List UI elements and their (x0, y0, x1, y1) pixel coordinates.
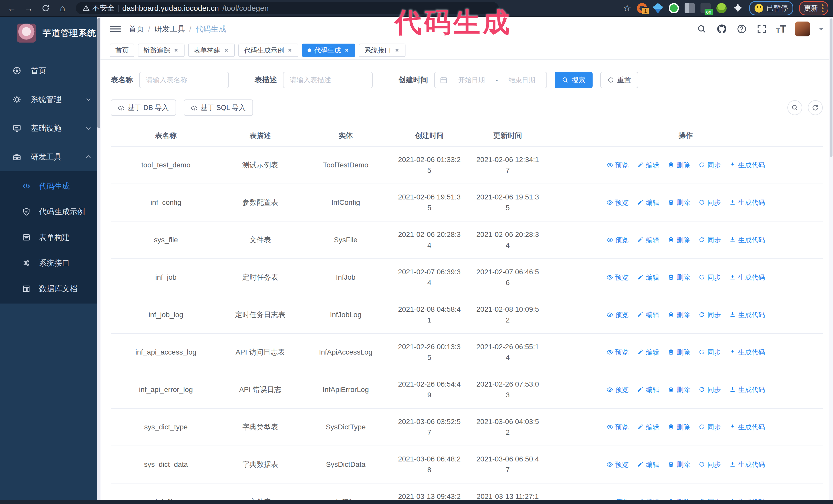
delete-link[interactable]: 删除 (668, 385, 690, 395)
key-extension-icon[interactable] (716, 3, 727, 13)
edit-link[interactable]: 编辑 (637, 422, 659, 432)
sidebar-scrollbar[interactable] (97, 17, 100, 500)
help-icon[interactable] (736, 23, 747, 34)
chevron-down-icon[interactable] (819, 28, 824, 33)
import-db-button[interactable]: 基于 DB 导入 (111, 99, 176, 116)
sync-link[interactable]: 同步 (699, 385, 721, 395)
back-icon[interactable]: ← (5, 2, 19, 14)
dark-extension-icon[interactable]: on (700, 3, 711, 13)
preview-link[interactable]: 预览 (606, 235, 628, 245)
date-start-placeholder[interactable]: 开始日期 (452, 76, 491, 85)
generate-code-link[interactable]: 生成代码 (730, 198, 765, 208)
sync-link[interactable]: 同步 (699, 160, 721, 170)
preview-link[interactable]: 预览 (606, 460, 628, 470)
date-end-placeholder[interactable]: 结束日期 (502, 76, 541, 85)
generate-code-link[interactable]: 生成代码 (730, 160, 765, 170)
paused-badge[interactable]: 已暂停 (749, 1, 793, 16)
avatar[interactable] (795, 22, 810, 37)
font-size-icon[interactable] (776, 23, 786, 35)
sidebar-item-infra[interactable]: 基础设施 (0, 114, 100, 143)
preview-link[interactable]: 预览 (606, 422, 628, 432)
sidebar-item-system-api[interactable]: 系统接口 (0, 250, 100, 276)
search-button[interactable]: 搜索 (555, 72, 593, 88)
refresh-table-button[interactable] (808, 100, 823, 115)
tab-system-api[interactable]: 系统接口 (359, 44, 405, 57)
search-icon[interactable] (696, 23, 708, 34)
collapse-sidebar-icon[interactable] (110, 24, 121, 34)
preview-link[interactable]: 预览 (606, 310, 628, 320)
sync-link[interactable]: 同步 (699, 347, 721, 357)
generate-code-link[interactable]: 生成代码 (730, 272, 765, 283)
sync-link[interactable]: 同步 (699, 460, 721, 470)
edit-link[interactable]: 编辑 (637, 272, 659, 283)
delete-link[interactable]: 删除 (668, 160, 690, 170)
tab-form-builder[interactable]: 表单构建 (188, 44, 235, 57)
edit-link[interactable]: 编辑 (637, 310, 659, 320)
delete-link[interactable]: 删除 (668, 310, 690, 320)
sync-link[interactable]: 同步 (699, 198, 721, 208)
close-icon[interactable] (287, 47, 293, 53)
sync-link[interactable]: 同步 (699, 235, 721, 245)
breadcrumb-devtools[interactable]: 研发工具 (154, 24, 185, 34)
reset-button[interactable]: 重置 (600, 72, 638, 88)
generate-code-link[interactable]: 生成代码 (730, 422, 765, 432)
edit-link[interactable]: 编辑 (637, 235, 659, 245)
preview-link[interactable]: 预览 (606, 160, 628, 170)
delete-link[interactable]: 删除 (668, 235, 690, 245)
tab-codegen-example[interactable]: 代码生成示例 (238, 44, 298, 57)
close-icon[interactable] (344, 47, 350, 53)
update-button-group[interactable]: 更新 (799, 1, 828, 16)
sync-link[interactable]: 同步 (699, 422, 721, 432)
edit-link[interactable]: 编辑 (637, 385, 659, 395)
not-secure-warning[interactable]: 不安全 (82, 3, 115, 13)
generate-code-link[interactable]: 生成代码 (730, 235, 765, 245)
forward-icon[interactable]: → (22, 2, 36, 14)
home-icon[interactable]: ⌂ (55, 2, 70, 14)
delete-link[interactable]: 删除 (668, 198, 690, 208)
sidebar-item-db-doc[interactable]: 数据库文档 (0, 276, 100, 302)
url-path[interactable]: /tool/codegen (222, 4, 269, 13)
edit-link[interactable]: 编辑 (637, 347, 659, 357)
preview-link[interactable]: 预览 (606, 347, 628, 357)
github-icon[interactable] (716, 23, 728, 34)
close-icon[interactable] (173, 47, 179, 53)
preview-link[interactable]: 预览 (606, 385, 628, 395)
sidebar-item-codegen[interactable]: 代码生成 (0, 173, 100, 199)
page-scrollbar[interactable] (829, 17, 833, 500)
delete-link[interactable]: 删除 (668, 272, 690, 283)
edit-link[interactable]: 编辑 (637, 160, 659, 170)
delete-link[interactable]: 删除 (668, 422, 690, 432)
sidebar-item-system[interactable]: 系统管理 (0, 85, 100, 114)
close-icon[interactable] (223, 47, 229, 53)
columns-extension-icon[interactable] (685, 3, 695, 13)
sidebar-item-devtools[interactable]: 研发工具 (0, 143, 100, 171)
delete-link[interactable]: 删除 (668, 347, 690, 357)
date-range-picker[interactable]: 开始日期 - 结束日期 (434, 72, 547, 88)
puzzle-extensions-icon[interactable] (732, 3, 743, 14)
generate-code-link[interactable]: 生成代码 (730, 385, 765, 395)
edit-link[interactable]: 编辑 (637, 460, 659, 470)
sync-link[interactable]: 同步 (699, 310, 721, 320)
preview-link[interactable]: 预览 (606, 272, 628, 283)
check-extension-icon[interactable] (669, 3, 679, 13)
sidebar-item-codegen-example[interactable]: 代码生成示例 (0, 199, 100, 224)
generate-code-link[interactable]: 生成代码 (730, 460, 765, 470)
delete-link[interactable]: 删除 (668, 460, 690, 470)
generate-code-link[interactable]: 生成代码 (730, 347, 765, 357)
tab-codegen[interactable]: 代码生成 (302, 44, 355, 57)
preview-link[interactable]: 预览 (606, 198, 628, 208)
gem-extension-icon[interactable] (653, 3, 663, 13)
fullscreen-icon[interactable] (756, 23, 767, 34)
reload-icon[interactable] (39, 2, 53, 14)
update-button[interactable]: 更新 (804, 3, 818, 13)
bookmark-star-icon[interactable]: ☆ (623, 3, 631, 14)
tab-home[interactable]: 首页 (110, 44, 134, 57)
sync-link[interactable]: 同步 (699, 272, 721, 283)
tab-tracing[interactable]: 链路追踪 (138, 44, 185, 57)
sidebar-item-home[interactable]: 首页 (0, 56, 100, 85)
table-desc-input[interactable] (283, 72, 373, 88)
browser-menu-icon[interactable] (822, 4, 824, 12)
close-icon[interactable] (394, 47, 400, 53)
import-sql-button[interactable]: 基于 SQL 导入 (184, 99, 253, 116)
generate-code-link[interactable]: 生成代码 (730, 310, 765, 320)
